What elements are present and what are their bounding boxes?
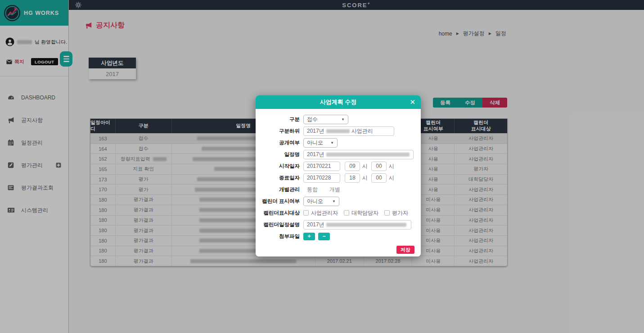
start-hour-input[interactable]: 09 <box>345 162 360 171</box>
minute-unit-label: 시 <box>389 174 394 182</box>
field-label-end: 종료일자 <box>260 175 300 181</box>
individual-option-separate[interactable]: 개별 <box>329 186 340 194</box>
chevron-down-icon: ▼ <box>341 117 345 122</box>
end-date-input[interactable]: 20170228 <box>303 173 340 183</box>
schedule-name-input[interactable]: 2017년 <box>303 150 414 159</box>
save-button[interactable]: 저장 <box>396 246 414 254</box>
field-label-gubun-sub: 구분하위 <box>260 128 300 135</box>
modal-header: 사업계획 수정 ✕ <box>256 95 421 109</box>
field-label-attach: 첨부파일 <box>260 233 300 240</box>
field-label-cal-desc: 캘린더일정설명 <box>260 221 300 228</box>
checkbox-business-manager[interactable] <box>303 210 309 216</box>
remove-attachment-button[interactable]: − <box>318 233 330 240</box>
start-minute-input[interactable]: 00 <box>371 162 387 171</box>
chevron-down-icon: ▼ <box>332 199 336 203</box>
checkbox-university-contact[interactable] <box>344 210 349 216</box>
checkbox-evaluator[interactable] <box>384 210 390 216</box>
open-select[interactable]: 아니오▼ <box>303 138 338 148</box>
field-label-cal-show: 캘린더 표시여부 <box>260 198 300 205</box>
gubun-sub-input[interactable]: 2017년 사업관리 <box>303 126 394 136</box>
field-label-individual: 개별관리 <box>260 186 300 193</box>
redacted-text <box>326 129 350 133</box>
modal-body: 구분 접수▼ 구분하위 2017년 사업관리 공개 <box>256 109 421 254</box>
modal-title: 사업계획 수정 <box>320 98 357 106</box>
end-minute-input[interactable]: 00 <box>371 173 387 183</box>
app-root: SCORE+ HG WORKS 님 환영합니다. <box>0 0 644 333</box>
individual-option-combined[interactable]: 통합 <box>307 186 318 194</box>
add-attachment-button[interactable]: + <box>303 233 315 240</box>
start-date-input[interactable]: 20170221 <box>303 162 340 171</box>
field-label-open: 공개여부 <box>260 140 300 146</box>
field-label-name: 일정명 <box>260 151 300 158</box>
close-icon[interactable]: ✕ <box>410 98 415 106</box>
chevron-down-icon: ▼ <box>330 141 334 145</box>
checkbox-label: 대학담당자 <box>351 209 378 217</box>
edit-plan-modal: 사업계획 수정 ✕ 구분 접수▼ 구분하위 2017년 사업관리 <box>256 95 421 256</box>
calendar-show-select[interactable]: 아니오▼ <box>303 197 339 206</box>
end-hour-input[interactable]: 18 <box>345 173 360 183</box>
calendar-desc-input[interactable]: 2017년 <box>303 220 411 230</box>
redacted-text <box>326 223 406 227</box>
hour-unit-label: 시 <box>362 162 368 170</box>
minute-unit-label: 시 <box>389 162 394 170</box>
checkbox-label: 사업관리자 <box>311 209 338 217</box>
field-label-cal-target: 캘린더표시대상 <box>260 210 300 216</box>
gubun-select[interactable]: 접수▼ <box>303 115 348 124</box>
field-label-gubun: 구분 <box>260 116 300 123</box>
redacted-text <box>326 153 410 157</box>
hour-unit-label: 시 <box>362 174 368 182</box>
checkbox-label: 평가자 <box>392 209 408 217</box>
field-label-start: 시작일자 <box>260 163 300 170</box>
